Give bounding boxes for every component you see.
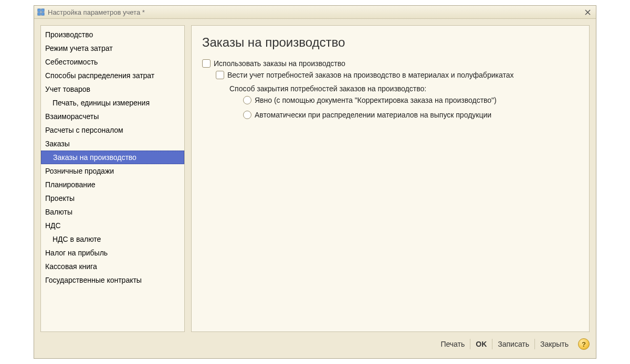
panels: ПроизводствоРежим учета затратСебестоимо… (40, 25, 590, 332)
body: ПроизводствоРежим учета затратСебестоимо… (34, 19, 596, 358)
sidebar-item[interactable]: Себестоимость (41, 55, 184, 69)
sidebar-item[interactable]: Розничные продажи (41, 164, 184, 178)
use-production-orders-row[interactable]: Использовать заказы на производство (202, 59, 579, 68)
close-icon[interactable] (582, 7, 593, 17)
track-order-needs-label: Вести учет потребностей заказов на произ… (227, 71, 513, 79)
sidebar-item[interactable]: Учет товаров (41, 82, 184, 96)
print-button[interactable]: Печать (435, 339, 470, 349)
svg-rect-0 (38, 9, 40, 12)
sidebar-item[interactable]: Налог на прибыль (41, 246, 184, 260)
use-production-orders-label: Использовать заказы на производство (214, 59, 345, 68)
window-title: Настройка параметров учета * (48, 8, 582, 16)
settings-window: Настройка параметров учета * Производств… (34, 5, 596, 359)
closing-method-label: Способ закрытия потребностей заказов на … (229, 84, 579, 93)
closing-method-auto-label: Автоматически при распределении материал… (255, 111, 491, 119)
save-button[interactable]: Записать (492, 339, 534, 349)
radio-icon[interactable] (243, 111, 251, 119)
sidebar-item[interactable]: Планирование (41, 178, 184, 191)
sidebar-item[interactable]: Проекты (41, 191, 184, 205)
sidebar-item[interactable]: НДС в валюте (41, 232, 184, 246)
app-icon (37, 8, 45, 16)
closing-method-auto-row[interactable]: Автоматически при распределении материал… (243, 111, 579, 119)
sidebar-item[interactable]: Режим учета затрат (41, 41, 184, 55)
sidebar-item[interactable]: Государственные контракты (41, 273, 184, 287)
sidebar-item[interactable]: Заказы на производство (41, 151, 184, 164)
svg-rect-1 (41, 9, 44, 12)
sidebar-item[interactable]: Печать, единицы измерения (41, 96, 184, 110)
checkbox-icon[interactable] (202, 59, 211, 68)
sidebar-item[interactable]: Валюты (41, 205, 184, 219)
checkbox-icon[interactable] (216, 71, 224, 79)
page-title: Заказы на производство (202, 35, 579, 50)
main-panel: Заказы на производство Использовать зака… (191, 25, 590, 332)
sidebar-item[interactable]: Заказы (41, 137, 184, 151)
ok-button[interactable]: OK (470, 339, 492, 349)
radio-icon[interactable] (243, 96, 251, 104)
sidebar-item[interactable]: НДС (41, 219, 184, 232)
sidebar-item[interactable]: Кассовая книга (41, 260, 184, 273)
help-button[interactable]: ? (578, 338, 590, 350)
sidebar-item[interactable]: Производство (41, 28, 184, 41)
svg-rect-2 (38, 13, 40, 15)
titlebar: Настройка параметров учета * (34, 6, 596, 19)
track-order-needs-row[interactable]: Вести учет потребностей заказов на произ… (216, 71, 579, 79)
closing-method-explicit-row[interactable]: Явно (с помощью документа "Корректировка… (243, 96, 579, 104)
sidebar-item[interactable]: Взаиморасчеты (41, 110, 184, 123)
svg-rect-3 (41, 13, 44, 15)
sidebar: ПроизводствоРежим учета затратСебестоимо… (40, 25, 185, 332)
sidebar-item[interactable]: Способы распределения затрат (41, 69, 184, 82)
sidebar-item[interactable]: Расчеты с персоналом (41, 123, 184, 137)
closing-method-explicit-label: Явно (с помощью документа "Корректировка… (255, 96, 497, 104)
close-button[interactable]: Закрыть (534, 339, 574, 349)
footer: Печать OK Записать Закрыть ? (40, 336, 590, 352)
